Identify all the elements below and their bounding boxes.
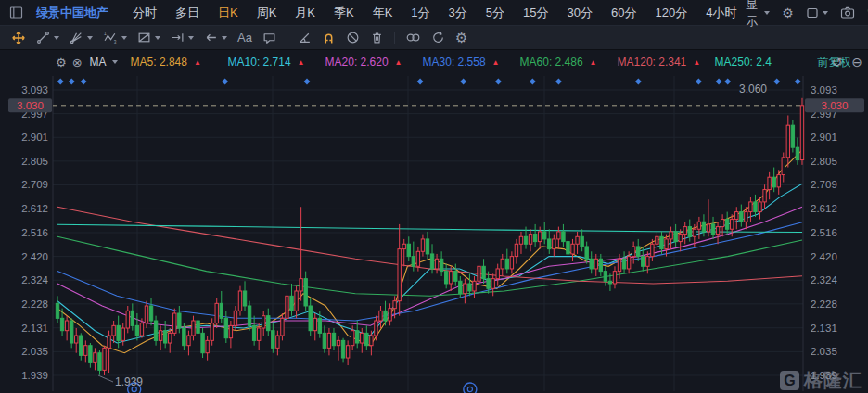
tab-季K[interactable]: 季K: [325, 5, 364, 21]
svg-text:2.901: 2.901: [21, 132, 48, 143]
y-axis-left[interactable]: 3.0932.9972.9012.8052.7092.6122.5162.420…: [21, 84, 48, 381]
ma-legend-item[interactable]: MA30: 2.558▲: [423, 56, 520, 69]
tab-120分[interactable]: 120分: [645, 5, 696, 21]
display-dropdown[interactable]: 显示: [746, 0, 770, 30]
collapse-icon[interactable]: ⊖: [851, 56, 862, 69]
tab-30分[interactable]: 30分: [558, 5, 602, 21]
elliott-wave-tool[interactable]: 13: [103, 31, 127, 44]
ma-legend-label: MA30: 2.558: [423, 56, 486, 69]
ma-legend-item[interactable]: MA5: 2.848▲: [131, 56, 228, 69]
toolbar-settings-icon[interactable]: ⚙: [455, 31, 467, 44]
indicator-name[interactable]: MA: [90, 56, 107, 69]
camera-icon[interactable]: [840, 6, 855, 19]
chevron-down-icon: [823, 11, 828, 15]
svg-text:3.060: 3.060: [739, 82, 767, 95]
move-tool[interactable]: [11, 31, 26, 45]
y-axis-right[interactable]: 3.0932.9972.9012.8052.7092.6122.5162.420…: [811, 84, 837, 381]
indicator-settings-icon[interactable]: ⚙: [56, 57, 67, 69]
ma-up-arrow-icon: ▲: [693, 58, 700, 67]
chevron-down-icon: [222, 36, 227, 40]
tab-年K[interactable]: 年K: [364, 5, 402, 21]
svg-text:3.093: 3.093: [21, 84, 48, 95]
svg-text:2.516: 2.516: [811, 227, 837, 238]
ma-up-arrow-icon: ▲: [492, 58, 500, 67]
angle-tool[interactable]: [298, 31, 312, 44]
chart-area: 3.0932.9972.9012.8052.7092.6122.5162.420…: [0, 50, 868, 393]
ma-legend-item[interactable]: MA60: 2.486▲: [520, 56, 618, 69]
sync-tool[interactable]: [431, 31, 445, 44]
ma-legend-label: MA20: 2.620: [326, 56, 389, 69]
current-price-badge-left: 3.030: [8, 98, 52, 112]
indicator-close-icon[interactable]: ⊗: [72, 57, 83, 69]
settings-icon[interactable]: ⚙: [782, 6, 794, 19]
event-markers[interactable]: [57, 79, 801, 85]
comment-tool[interactable]: [262, 31, 276, 44]
news-markers[interactable]: [128, 383, 477, 393]
watermark: G 格隆汇: [780, 368, 862, 393]
link-tool[interactable]: [405, 31, 421, 44]
tab-多日[interactable]: 多日: [166, 5, 209, 21]
tab-3分[interactable]: 3分: [440, 5, 477, 21]
svg-text:2.901: 2.901: [811, 132, 837, 143]
ma-up-arrow-icon: ▲: [298, 58, 305, 67]
tab-1分[interactable]: 1分: [402, 5, 439, 21]
trendline-tool[interactable]: [36, 31, 59, 44]
svg-text:3.030: 3.030: [17, 100, 44, 111]
chart-type-dropdown[interactable]: [806, 6, 828, 19]
tab-月K[interactable]: 月K: [286, 5, 325, 21]
ma-legend-item[interactable]: MA20: 2.620▲: [326, 56, 423, 69]
magnet-tool[interactable]: [322, 31, 336, 44]
horizontal-arrow-tool[interactable]: [171, 31, 194, 44]
svg-text:2.324: 2.324: [21, 274, 48, 285]
ma-legend-label: MA60: 2.486: [520, 56, 583, 69]
svg-text:2.612: 2.612: [21, 203, 48, 214]
watermark-text: 格隆汇: [804, 368, 862, 393]
high-annotation: 3.060: [739, 82, 767, 95]
divider: [394, 32, 395, 44]
chevron-down-icon: [121, 36, 127, 40]
indicator-bar-actions: ↺ ⊖: [832, 56, 862, 69]
indicator-bar: ⚙ ⊗ MA MA5: 2.848▲MA10: 2.714▲MA20: 2.62…: [56, 54, 851, 70]
tab-4小时[interactable]: 4小时: [696, 5, 746, 21]
tab-日K[interactable]: 日K: [209, 5, 248, 21]
pitchfork-tool[interactable]: [70, 31, 93, 44]
tab-15分[interactable]: 15分: [514, 5, 557, 21]
ma-legend-label: MA120: 2.341: [618, 56, 687, 69]
ma-legend-item[interactable]: MA120: 2.341▲: [618, 56, 715, 69]
svg-text:2.612: 2.612: [811, 203, 837, 214]
low-annotation: 1.939: [98, 375, 143, 388]
svg-text:2.516: 2.516: [21, 227, 48, 238]
stock-name[interactable]: 绿景中国地产: [36, 5, 108, 21]
current-price-badge-right: 3.030: [805, 98, 864, 112]
topbar-controls: 显示 ⚙ ✎ F10: [746, 0, 868, 30]
svg-text:2.709: 2.709: [21, 179, 48, 190]
chevron-down-icon: [155, 36, 160, 40]
tab-周K[interactable]: 周K: [248, 5, 287, 21]
arrow-left-tool[interactable]: [204, 31, 227, 44]
chevron-down-icon: [764, 11, 770, 15]
trading-app: { "topbar": { "symbol": "绿景中国地产", "perio…: [0, 0, 868, 393]
ma-legend-item[interactable]: MA250: 2.4: [715, 56, 812, 69]
ban-tool[interactable]: [346, 31, 360, 44]
tab-分时[interactable]: 分时: [123, 5, 166, 21]
ma-line-MA10: [57, 184, 802, 343]
price-chart[interactable]: 3.0932.9972.9012.8052.7092.6122.5162.420…: [0, 50, 868, 393]
svg-text:2.420: 2.420: [811, 251, 837, 262]
pattern-tool[interactable]: [137, 31, 160, 44]
display-label: 显示: [746, 0, 760, 30]
layout-panel-icon[interactable]: [9, 6, 23, 19]
ma-legend-label: MA5: 2.848: [131, 56, 187, 69]
ma-legend-item[interactable]: MA10: 2.714▲: [228, 56, 326, 69]
tab-60分[interactable]: 60分: [602, 5, 645, 21]
svg-text:2.228: 2.228: [811, 298, 837, 310]
ma-values: MA5: 2.848▲MA10: 2.714▲MA20: 2.620▲MA30:…: [118, 56, 812, 69]
svg-text:3.093: 3.093: [811, 84, 837, 95]
svg-text:2.228: 2.228: [21, 298, 48, 310]
delete-tool[interactable]: [370, 31, 384, 44]
svg-text:3.030: 3.030: [822, 100, 849, 111]
ma-legend-label: MA10: 2.714: [228, 56, 291, 69]
restore-icon[interactable]: ↺: [832, 56, 843, 69]
ma-line-MA20: [57, 207, 802, 328]
tab-5分[interactable]: 5分: [477, 5, 514, 21]
text-tool[interactable]: Aa: [237, 31, 252, 44]
